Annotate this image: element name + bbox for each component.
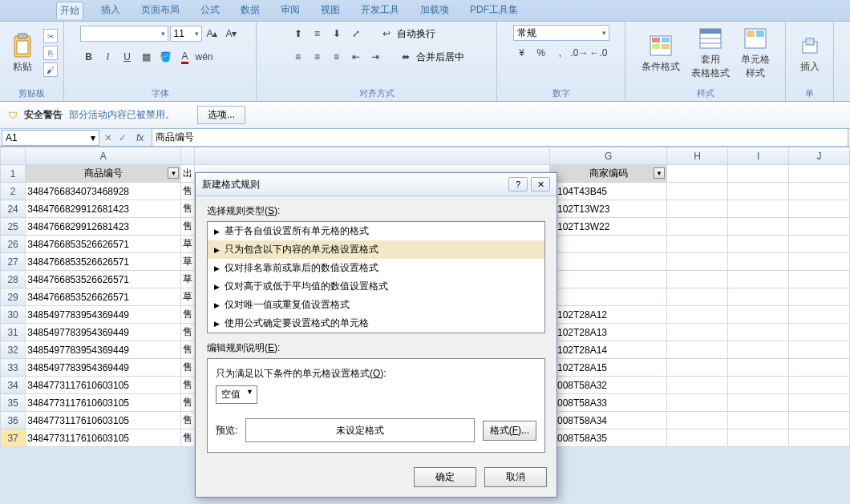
font-size-combo[interactable]: 11 [170, 26, 202, 42]
cell[interactable] [550, 271, 667, 288]
cut-button[interactable]: ✂ [43, 29, 58, 43]
cell[interactable] [728, 306, 789, 324]
cell[interactable] [788, 271, 849, 288]
dec-decimal-button[interactable]: ←.0 [590, 44, 608, 62]
col-header-H[interactable]: H [667, 147, 728, 165]
font-color-button[interactable]: A [176, 48, 194, 66]
row-header[interactable]: 37 [1, 429, 26, 447]
row-header[interactable]: 1 [1, 165, 26, 183]
col-header-I[interactable]: I [728, 147, 789, 165]
cell[interactable] [550, 236, 667, 253]
align-left-button[interactable]: ≡ [289, 48, 307, 66]
cell[interactable] [667, 377, 728, 394]
tab-data[interactable]: 数据 [237, 2, 263, 19]
filter-arrow-icon[interactable]: ▼ [168, 167, 179, 179]
cell[interactable] [788, 218, 849, 236]
cell[interactable]: 售 [181, 324, 195, 341]
bold-button[interactable]: B [80, 48, 98, 66]
cell[interactable]: 3484766853526626571 [26, 288, 181, 306]
percent-button[interactable]: % [532, 44, 550, 62]
cell[interactable] [788, 306, 849, 324]
cell[interactable] [667, 429, 728, 447]
cell[interactable] [728, 253, 789, 271]
cell[interactable]: 2104T43B45 [550, 183, 667, 200]
cell-styles-button[interactable]: 单元格 样式 [738, 24, 773, 82]
cell[interactable] [667, 341, 728, 359]
indent-dec-button[interactable]: ⇤ [347, 48, 365, 66]
row-header[interactable]: 29 [1, 288, 26, 306]
cell[interactable]: 2102T13W22 [550, 218, 667, 236]
rule-type-item[interactable]: ▶仅对排名靠前或靠后的数值设置格式 [208, 259, 544, 277]
cell[interactable] [667, 412, 728, 429]
wrap-text-button[interactable]: ↩ [378, 25, 395, 42]
select-all-corner[interactable] [1, 147, 26, 165]
cell[interactable]: 3484766829912681423 [26, 218, 181, 236]
dialog-close-button[interactable]: ✕ [531, 177, 550, 192]
cell[interactable]: 3485497783954369449 [26, 341, 181, 359]
dialog-help-button[interactable]: ? [508, 177, 528, 192]
comma-button[interactable]: , [552, 44, 569, 62]
format-painter-button[interactable]: 🖌 [43, 62, 58, 77]
cell[interactable]: 售 [181, 359, 195, 377]
row-header[interactable]: 2 [1, 183, 26, 200]
row-header[interactable]: 27 [1, 253, 26, 271]
format-table-button[interactable]: 套用 表格格式 [688, 24, 733, 82]
cell[interactable] [667, 236, 728, 253]
cell[interactable] [667, 200, 728, 218]
cell[interactable]: 3484766834073468928 [26, 183, 181, 200]
cell[interactable]: 2102T28A13 [550, 324, 667, 341]
cell[interactable] [667, 359, 728, 377]
number-format-combo[interactable]: 常规 [513, 25, 609, 41]
cell[interactable]: 3484773117610603105 [26, 412, 181, 429]
cell[interactable] [550, 288, 667, 306]
cell[interactable] [728, 394, 789, 412]
indent-inc-button[interactable]: ⇥ [366, 48, 384, 66]
tab-addin[interactable]: 加载项 [417, 2, 452, 19]
cell[interactable]: 2102T28A14 [550, 341, 667, 359]
cell[interactable] [788, 236, 849, 253]
tab-dev[interactable]: 开发工具 [358, 2, 403, 19]
cell[interactable]: 2008T58A35 [550, 429, 667, 447]
cell[interactable] [667, 306, 728, 324]
cell[interactable] [667, 324, 728, 341]
condition-select[interactable]: 空值 [216, 385, 257, 404]
cell[interactable]: 售 [181, 306, 195, 324]
cell[interactable]: 2008T58A32 [550, 377, 667, 394]
cell[interactable]: 售 [181, 394, 195, 412]
cell[interactable]: 商品编号▼ [26, 165, 181, 183]
cell[interactable]: 2102T28A12 [550, 306, 667, 324]
cell[interactable]: 2102T28A15 [550, 359, 667, 377]
conditional-format-button[interactable]: 条件格式 [638, 31, 683, 75]
cell[interactable] [788, 288, 849, 306]
merge-button[interactable]: ⬌ [397, 48, 415, 66]
fx-cancel-icon[interactable]: ✕ [101, 132, 115, 143]
cell[interactable] [728, 288, 789, 306]
row-header[interactable]: 30 [1, 306, 26, 324]
cell[interactable]: 3484766853526626571 [26, 236, 181, 253]
cell[interactable] [728, 429, 789, 447]
align-right-button[interactable]: ≡ [328, 48, 346, 66]
cell[interactable] [728, 412, 789, 429]
rule-type-item[interactable]: ▶仅对唯一值或重复值设置格式 [208, 296, 544, 314]
row-header[interactable]: 32 [1, 341, 26, 359]
name-box[interactable]: A1 ▾ [2, 130, 99, 146]
cell[interactable]: 售 [181, 377, 195, 394]
align-middle-button[interactable]: ≡ [309, 25, 326, 42]
phonetic-button[interactable]: wén [196, 48, 213, 66]
cell[interactable]: 3484773117610603105 [26, 394, 181, 412]
cell[interactable]: 草 [181, 236, 195, 253]
cell[interactable] [667, 253, 728, 271]
formula-input[interactable]: 商品编号 [152, 128, 848, 147]
cell[interactable] [728, 271, 789, 288]
cell[interactable]: 草 [181, 271, 195, 288]
tab-view[interactable]: 视图 [318, 2, 343, 19]
cell[interactable]: 2008T58A33 [550, 394, 667, 412]
underline-button[interactable]: U [119, 48, 136, 66]
fx-icon[interactable]: fx [130, 132, 150, 143]
align-center-button[interactable]: ≡ [309, 48, 326, 66]
cell[interactable] [788, 183, 849, 200]
cell[interactable] [728, 341, 789, 359]
cell[interactable]: 售 [181, 429, 195, 447]
cell[interactable]: 2102T13W23 [550, 200, 667, 218]
cell[interactable] [728, 183, 789, 200]
